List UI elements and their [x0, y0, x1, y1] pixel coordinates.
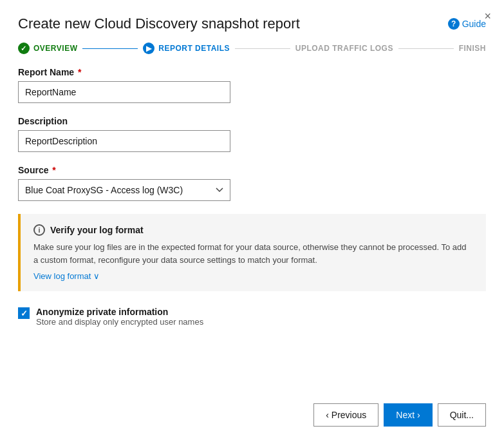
anonymize-sub-label: Store and display only encrypted user na…: [36, 317, 203, 327]
required-star-name: *: [75, 67, 81, 77]
guide-icon: ?: [448, 18, 460, 30]
step-line-3: [398, 48, 454, 49]
form-content: Report Name * Description Source * Blue …: [0, 67, 504, 393]
step-line-1: [82, 48, 138, 49]
required-star-source: *: [50, 165, 55, 175]
quit-button[interactable]: Quit...: [438, 403, 486, 427]
dialog-header: Create new Cloud Discovery snapshot repo…: [0, 0, 504, 43]
dialog-footer: ‹ Previous Next › Quit...: [0, 393, 504, 442]
step-line-2: [235, 48, 290, 49]
guide-button[interactable]: ? Guide: [448, 18, 486, 30]
next-button[interactable]: Next ›: [384, 403, 432, 427]
description-label: Description: [18, 116, 486, 126]
step-report-details-label: REPORT DETAILS: [158, 44, 230, 53]
info-box-header: i Verify your log format: [33, 224, 473, 236]
anonymize-checkbox[interactable]: ✓: [18, 307, 30, 319]
info-icon: i: [33, 224, 45, 236]
step-finish-label: FINISH: [459, 44, 486, 53]
step-report-details-icon: ▶: [143, 43, 154, 54]
info-box-text: Make sure your log files are in the expe…: [33, 241, 473, 266]
dialog-title: Create new Cloud Discovery snapshot repo…: [18, 15, 300, 32]
checkmark-icon: ✓: [21, 309, 28, 318]
view-log-label: View log format: [33, 271, 91, 281]
report-name-input[interactable]: [18, 81, 230, 103]
source-group: Source * Blue Coat ProxySG - Access log …: [18, 165, 486, 201]
source-label: Source *: [18, 165, 486, 175]
create-snapshot-dialog: × Create new Cloud Discovery snapshot re…: [0, 0, 504, 442]
step-overview-icon: ✓: [18, 43, 30, 54]
info-box-title: Verify your log format: [50, 225, 144, 235]
anonymize-group: ✓ Anonymize private information Store an…: [18, 307, 486, 327]
steps-bar: ✓ OVERVIEW ▶ REPORT DETAILS UPLOAD TRAFF…: [0, 43, 504, 67]
step-overview-label: OVERVIEW: [33, 44, 77, 53]
anonymize-label-group: Anonymize private information Store and …: [36, 307, 203, 327]
step-upload-logs-label: UPLOAD TRAFFIC LOGS: [295, 44, 393, 53]
view-log-format-button[interactable]: View log format ∨: [33, 271, 473, 281]
step-finish: FINISH: [459, 44, 486, 53]
info-box: i Verify your log format Make sure your …: [18, 214, 486, 291]
source-select[interactable]: Blue Coat ProxySG - Access log (W3C) Cis…: [18, 179, 230, 201]
close-button[interactable]: ×: [484, 10, 491, 22]
description-input[interactable]: [18, 130, 230, 152]
guide-label: Guide: [462, 19, 486, 29]
step-overview: ✓ OVERVIEW: [18, 43, 77, 54]
description-group: Description: [18, 116, 486, 152]
step-upload-logs: UPLOAD TRAFFIC LOGS: [295, 44, 393, 53]
previous-button[interactable]: ‹ Previous: [313, 403, 378, 427]
report-name-group: Report Name *: [18, 67, 486, 103]
step-report-details: ▶ REPORT DETAILS: [143, 43, 230, 54]
anonymize-main-label: Anonymize private information: [36, 307, 203, 317]
report-name-label: Report Name *: [18, 67, 486, 77]
chevron-down-icon: ∨: [93, 271, 100, 281]
